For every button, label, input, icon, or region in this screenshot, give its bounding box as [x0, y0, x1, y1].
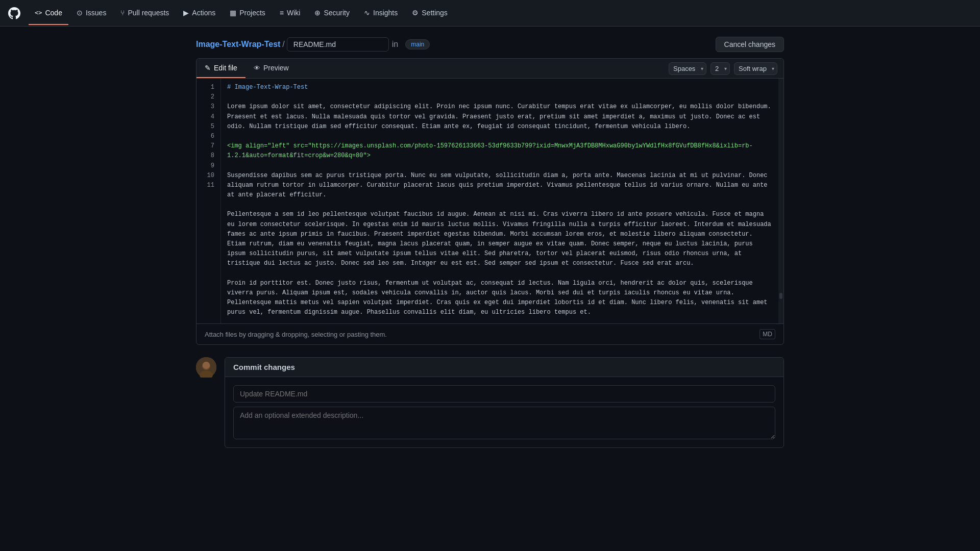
commit-form: Commit changes: [225, 357, 784, 448]
issues-icon: ⊙: [77, 9, 83, 17]
soft-wrap-wrapper: Soft wrap No wrap: [734, 62, 777, 75]
code-line: # Image-Text-Wrap-Test: [227, 83, 772, 92]
code-line: Pellentesque a sem id leo pellentesque v…: [227, 210, 772, 268]
cancel-changes-button[interactable]: Cancel changes: [716, 37, 784, 52]
code-line: [227, 200, 772, 210]
scrollbar[interactable]: [778, 79, 783, 323]
attach-files-text: Attach files by dragging & dropping, sel…: [205, 331, 387, 338]
code-line: [227, 269, 772, 279]
tab-settings[interactable]: ⚙ Settings: [406, 2, 454, 25]
code-content[interactable]: # Image-Text-Wrap-TestLorem ipsum dolor …: [221, 79, 778, 323]
line-number: 4: [197, 112, 220, 122]
line-number: 8: [197, 151, 220, 161]
tab-issues[interactable]: ⊙ Issues: [70, 2, 112, 25]
code-line: <img align="left" src="https://images.un…: [227, 141, 772, 161]
branch-badge: main: [405, 39, 430, 49]
code-line: [227, 92, 772, 102]
commit-description-input[interactable]: [233, 407, 775, 439]
tab-insights[interactable]: ∿ Insights: [358, 2, 404, 25]
commit-title-input[interactable]: [233, 385, 775, 403]
commit-form-title: Commit changes: [225, 358, 783, 377]
line-number: 5: [197, 122, 220, 132]
filename-input[interactable]: [287, 37, 389, 52]
code-line: Suspendisse dapibus sem ac purus tristiq…: [227, 171, 772, 201]
line-number: 10: [197, 171, 220, 181]
breadcrumb-separator: /: [282, 40, 284, 49]
insights-icon: ∿: [364, 9, 370, 17]
top-nav: <> Code ⊙ Issues ⑂ Pull requests ▶ Actio…: [0, 0, 980, 27]
editor-container: ✎ Edit file 👁 Preview Spaces Tabs 2: [196, 58, 784, 345]
avatar: [196, 357, 216, 378]
breadcrumb-file: in main: [287, 37, 430, 52]
tab-security[interactable]: ⊕ Security: [308, 2, 356, 25]
line-number: 7: [197, 141, 220, 151]
indent-type-wrapper: Spaces Tabs: [669, 62, 706, 75]
nav-tabs: <> Code ⊙ Issues ⑂ Pull requests ▶ Actio…: [29, 2, 454, 25]
file-attach-bar: Attach files by dragging & dropping, sel…: [197, 323, 783, 344]
preview-icon: 👁: [254, 64, 260, 72]
page-content: Image-Text-Wrap-Test / in main Cancel ch…: [184, 27, 796, 458]
editor-toolbar: ✎ Edit file 👁 Preview Spaces Tabs 2: [197, 59, 783, 79]
indent-type-select[interactable]: Spaces Tabs: [669, 62, 706, 75]
indent-size-select[interactable]: 2 4 8: [710, 62, 730, 75]
line-number: 11: [197, 181, 220, 190]
commit-form-body: [225, 377, 783, 447]
in-text: in: [392, 40, 398, 49]
edit-icon: ✎: [205, 64, 211, 72]
code-icon: <>: [35, 9, 42, 16]
security-icon: ⊕: [314, 9, 321, 17]
code-line: Lorem ipsum dolor sit amet, consectetur …: [227, 102, 772, 132]
tab-projects[interactable]: ▦ Projects: [224, 2, 272, 25]
commit-section: Commit changes: [196, 357, 784, 448]
line-number: 1: [197, 83, 220, 92]
line-number: 2: [197, 92, 220, 102]
line-numbers: 1234567891011: [197, 79, 221, 323]
code-line: [227, 132, 772, 141]
line-number: 3: [197, 102, 220, 112]
projects-icon: ▦: [230, 9, 236, 17]
indent-size-wrapper: 2 4 8: [710, 62, 730, 75]
markdown-icon: MD: [760, 329, 775, 339]
code-line: [227, 161, 772, 171]
soft-wrap-select[interactable]: Soft wrap No wrap: [734, 62, 777, 75]
pull-requests-icon: ⑂: [120, 9, 125, 17]
code-editor[interactable]: 1234567891011 # Image-Text-Wrap-TestLore…: [197, 79, 783, 323]
breadcrumb-repo[interactable]: Image-Text-Wrap-Test: [196, 40, 280, 49]
line-number: 9: [197, 161, 220, 171]
wiki-icon: ≡: [280, 9, 284, 17]
actions-icon: ▶: [183, 9, 189, 17]
nav-logo[interactable]: [8, 7, 20, 19]
tab-wiki[interactable]: ≡ Wiki: [274, 2, 307, 25]
settings-icon: ⚙: [412, 9, 419, 17]
tab-actions[interactable]: ▶ Actions: [177, 2, 222, 25]
tab-code[interactable]: <> Code: [29, 2, 68, 25]
breadcrumb: Image-Text-Wrap-Test / in main: [196, 37, 430, 52]
code-line: Proin id porttitor est. Donec justo risu…: [227, 279, 772, 318]
svg-point-3: [203, 362, 210, 369]
toolbar-controls: Spaces Tabs 2 4 8 Soft wrap No wrap: [663, 59, 783, 78]
tab-pull-requests[interactable]: ⑂ Pull requests: [114, 2, 175, 25]
line-number: 6: [197, 132, 220, 141]
file-header-row: Image-Text-Wrap-Test / in main Cancel ch…: [196, 37, 784, 52]
preview-tab[interactable]: 👁 Preview: [246, 59, 297, 78]
edit-file-tab[interactable]: ✎ Edit file: [197, 59, 246, 78]
scroll-thumb[interactable]: [779, 293, 782, 299]
